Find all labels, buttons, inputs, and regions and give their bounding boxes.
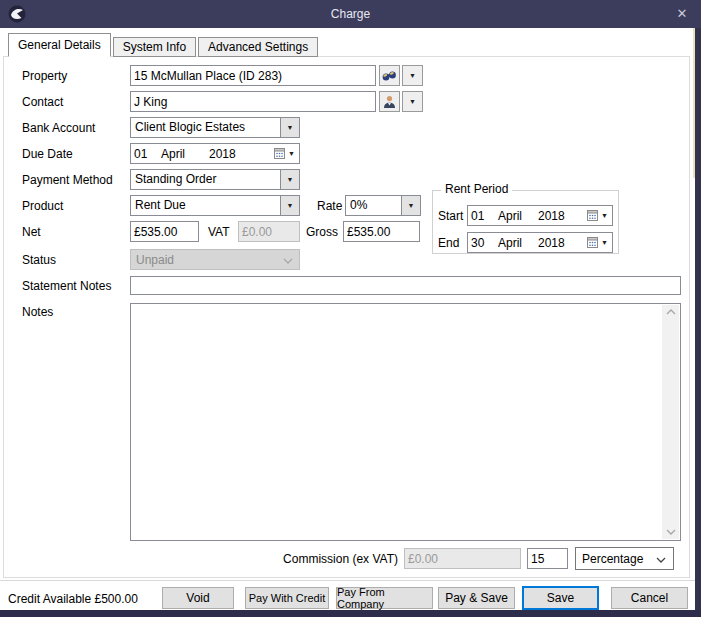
contact-dropdown-button[interactable]: ▼ [402, 91, 423, 112]
bank-account-value: Client Blogic Estates [131, 118, 280, 137]
rate-value: 0% [346, 196, 401, 215]
commission-label: Commission (ex VAT) [270, 552, 398, 566]
notes-label: Notes [22, 305, 53, 319]
vat-label: VAT [208, 225, 230, 239]
background-window-strip [695, 28, 701, 610]
rent-period-legend: Rent Period [441, 182, 512, 196]
chevron-down-icon [656, 557, 666, 563]
scroll-up-icon[interactable] [666, 309, 676, 315]
binoculars-icon [382, 70, 397, 82]
payment-method-label: Payment Method [22, 173, 113, 187]
dropdown-arrow-icon[interactable]: ▼ [401, 196, 420, 215]
dropdown-arrow-icon[interactable]: ▼ [280, 118, 299, 137]
dropdown-arrow-icon: ▼ [409, 98, 416, 105]
footer-divider [0, 580, 701, 581]
dropdown-arrow-icon: ▼ [288, 150, 295, 157]
rent-end-year: 2018 [538, 236, 572, 250]
rate-combobox[interactable]: 0% ▼ [345, 195, 421, 216]
status-label: Status [22, 253, 56, 267]
person-icon [383, 95, 396, 109]
chevron-down-icon [283, 258, 293, 264]
due-date-label: Due Date [22, 147, 73, 161]
commission-rate-input[interactable] [527, 548, 568, 569]
property-lookup-button[interactable] [379, 65, 400, 86]
rent-start-month: April [498, 209, 538, 223]
dropdown-arrow-icon[interactable]: ▼ [280, 196, 299, 215]
dropdown-arrow-icon[interactable]: ▼ [280, 170, 299, 189]
scroll-down-icon[interactable] [666, 529, 676, 535]
product-combobox[interactable]: Rent Due ▼ [130, 195, 300, 216]
status-value: Unpaid [131, 253, 283, 267]
bottom-strip [0, 610, 701, 617]
close-icon[interactable]: ✕ [673, 6, 691, 22]
statement-notes-label: Statement Notes [22, 279, 111, 293]
product-value: Rent Due [131, 196, 280, 215]
rent-start-day: 01 [468, 209, 498, 223]
contact-input[interactable] [130, 91, 376, 112]
calendar-icon [274, 148, 285, 159]
due-date-year: 2018 [209, 147, 251, 161]
rent-start-year: 2018 [538, 209, 572, 223]
rent-start-picker[interactable]: 01 April 2018 ▼ [467, 205, 613, 226]
tab-strip: General DetailsSystem InfoAdvanced Setti… [8, 33, 318, 57]
gross-input[interactable] [343, 221, 420, 242]
dropdown-arrow-icon: ▼ [601, 239, 608, 246]
payment-method-value: Standing Order [131, 170, 280, 189]
bank-account-combobox[interactable]: Client Blogic Estates ▼ [130, 117, 300, 138]
property-input[interactable] [130, 65, 376, 86]
contact-lookup-button[interactable] [379, 91, 400, 112]
pay-and-save-button[interactable]: Pay & Save [438, 587, 515, 609]
commission-type-value: Percentage [576, 552, 656, 566]
tab-advanced-settings[interactable]: Advanced Settings [198, 37, 318, 57]
statement-notes-input[interactable] [130, 276, 681, 295]
dropdown-arrow-icon: ▼ [601, 212, 608, 219]
commission-amount-input [404, 548, 521, 569]
rent-start-label: Start [438, 209, 463, 223]
rent-end-day: 30 [468, 236, 498, 250]
rent-end-picker[interactable]: 30 April 2018 ▼ [467, 232, 613, 253]
net-label: Net [22, 225, 41, 239]
calendar-icon [587, 237, 598, 248]
net-input[interactable] [130, 221, 199, 242]
notes-scrollbar[interactable] [662, 305, 679, 539]
save-button[interactable]: Save [522, 586, 599, 610]
rent-end-label: End [438, 236, 459, 250]
pay-from-company-button[interactable]: Pay From Company [336, 587, 433, 609]
payment-method-combobox[interactable]: Standing Order ▼ [130, 169, 300, 190]
dropdown-arrow-icon: ▼ [409, 72, 416, 79]
notes-textarea[interactable] [130, 303, 681, 541]
window-title: Charge [0, 7, 701, 21]
due-date-month: April [161, 147, 209, 161]
status-combobox: Unpaid [130, 249, 300, 270]
rate-label: Rate [317, 199, 342, 213]
charge-dialog: Charge ✕ General DetailsSystem InfoAdvan… [0, 0, 701, 617]
product-label: Product [22, 199, 63, 213]
contact-label: Contact [22, 95, 63, 109]
rent-end-month: April [498, 236, 538, 250]
due-date-picker[interactable]: 01 April 2018 ▼ [130, 143, 300, 164]
cancel-button[interactable]: Cancel [611, 587, 688, 609]
credit-available-text: Credit Available £500.00 [8, 592, 138, 606]
bank-account-label: Bank Account [22, 121, 95, 135]
property-label: Property [22, 69, 67, 83]
app-logo-icon [8, 5, 26, 23]
tab-system-info[interactable]: System Info [113, 37, 196, 57]
due-date-day: 01 [131, 147, 161, 161]
pay-with-credit-button[interactable]: Pay With Credit [245, 587, 329, 609]
vat-input [238, 221, 300, 242]
calendar-icon [587, 210, 598, 221]
tab-general-details[interactable]: General Details [8, 33, 111, 57]
title-bar: Charge ✕ [0, 0, 701, 28]
void-button[interactable]: Void [162, 587, 234, 609]
gross-label: Gross [306, 225, 338, 239]
commission-type-select[interactable]: Percentage [575, 547, 674, 570]
property-dropdown-button[interactable]: ▼ [402, 65, 423, 86]
